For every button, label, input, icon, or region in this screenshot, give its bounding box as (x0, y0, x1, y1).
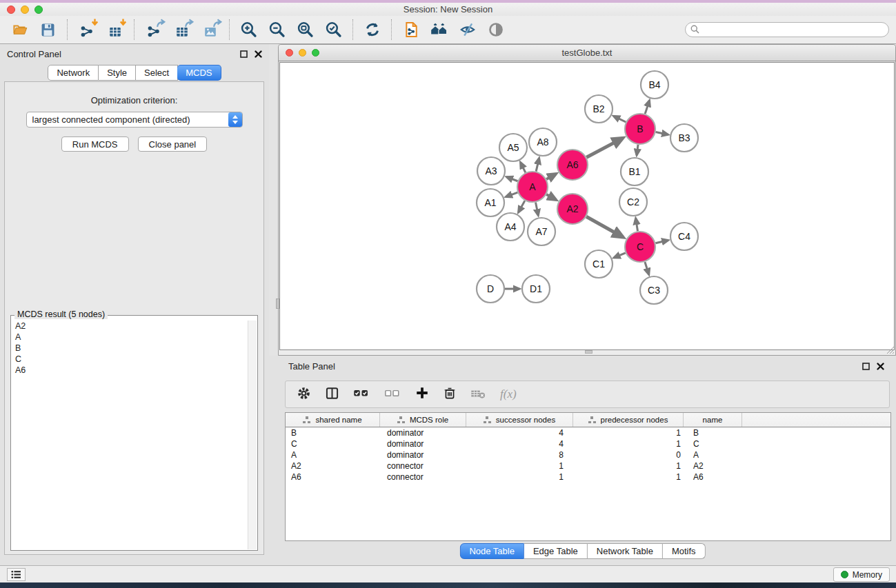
tab-mcds[interactable]: MCDS (177, 65, 221, 81)
edge-A-A1[interactable] (506, 192, 517, 196)
tab-select[interactable]: Select (136, 65, 178, 81)
close-panel-icon[interactable] (877, 363, 884, 370)
network-from-file-button[interactable] (397, 19, 425, 41)
table-cell[interactable]: A (684, 450, 742, 460)
table-settings-button[interactable] (297, 386, 311, 403)
table-cell[interactable]: 1 (573, 472, 684, 482)
search-input[interactable] (685, 22, 889, 37)
edge-C-C2[interactable] (636, 219, 638, 232)
column-header-shared-name[interactable]: shared name (286, 413, 380, 427)
table-cell[interactable]: A6 (286, 472, 380, 482)
close-panel-button[interactable]: Close panel (138, 136, 208, 152)
import-network-button[interactable] (72, 19, 101, 41)
result-scrollbar[interactable] (248, 321, 257, 549)
run-mcds-button[interactable]: Run MCDS (61, 136, 129, 152)
edge-A-A4[interactable] (519, 201, 525, 212)
table-cell[interactable]: 8 (466, 450, 573, 460)
zoom-in-button[interactable] (235, 19, 263, 41)
tab-node-table[interactable]: Node Table (459, 543, 524, 559)
birds-eye-view-button[interactable] (481, 19, 510, 41)
table-cell[interactable]: 4 (466, 439, 573, 449)
table-row[interactable]: Adominator80A (286, 449, 890, 460)
table-cell[interactable]: A (286, 450, 380, 460)
table-cell[interactable]: 1 (573, 461, 684, 471)
table-cell[interactable]: dominator (380, 428, 466, 438)
import-table-button[interactable] (101, 19, 129, 41)
table-cell[interactable]: connector (380, 472, 466, 482)
column-header-name[interactable]: name (684, 413, 742, 427)
float-panel-icon[interactable] (862, 363, 870, 370)
zoom-out-button[interactable] (263, 19, 291, 41)
column-header-MCDS-role[interactable]: MCDS role (380, 413, 466, 427)
select-all-button[interactable] (353, 387, 370, 402)
edge-A-A6[interactable] (546, 174, 556, 179)
export-network-button[interactable] (139, 19, 168, 41)
edge-A-A5[interactable] (521, 162, 526, 172)
save-session-button[interactable] (34, 19, 62, 41)
table-cell[interactable]: C (286, 439, 380, 449)
table-cell[interactable]: connector (380, 461, 466, 471)
table-cell[interactable]: C (684, 439, 742, 449)
hide-panels-button[interactable] (453, 19, 481, 41)
table-row[interactable]: A6connector11A6 (286, 472, 890, 483)
float-panel-icon[interactable] (240, 50, 248, 58)
table-cell[interactable]: dominator (380, 439, 466, 449)
split-columns-button[interactable] (325, 386, 339, 403)
table-cell[interactable]: 4 (466, 428, 573, 438)
tab-network[interactable]: Network (48, 65, 99, 81)
close-panel-icon[interactable] (255, 50, 262, 58)
table-cell[interactable]: 1 (466, 461, 573, 471)
result-item[interactable]: B (12, 343, 248, 354)
network-window-titlebar[interactable]: testGlobe.txt (279, 45, 895, 61)
column-header-successor-nodes[interactable]: successor nodes (466, 413, 573, 427)
edge-B-B1[interactable] (637, 145, 638, 155)
table-cell[interactable]: 1 (573, 439, 684, 449)
zoom-selected-button[interactable] (319, 19, 348, 41)
table-cell[interactable]: B (684, 428, 742, 438)
optimization-criterion-select[interactable]: largest connected component (directed) (26, 112, 243, 128)
table-cell[interactable]: 0 (573, 450, 684, 460)
vertical-scrollbar-thumb[interactable] (276, 298, 279, 309)
edge-B-B3[interactable] (656, 132, 668, 135)
table-cell[interactable]: 1 (466, 472, 573, 482)
network-canvas[interactable]: B4B2BB3A5A8A6A3B1AA1C2A2A4A7C4CC1C3DD1 (279, 62, 895, 350)
export-image-button[interactable] (196, 19, 224, 41)
edge-A-A8[interactable] (536, 158, 539, 171)
memory-status-button[interactable]: Memory (833, 567, 890, 582)
add-row-button[interactable] (415, 386, 429, 403)
export-table-button[interactable] (168, 19, 196, 41)
edge-A-A7[interactable] (536, 203, 539, 216)
edge-B-B2[interactable] (614, 116, 626, 122)
table-cell[interactable]: A2 (286, 461, 380, 471)
edge-C-C1[interactable] (614, 253, 626, 258)
home-view-button[interactable] (425, 19, 453, 41)
apply-layout-button[interactable] (358, 19, 386, 41)
tab-edge-table[interactable]: Edge Table (524, 543, 588, 559)
table-cell[interactable]: A6 (684, 472, 742, 482)
result-item[interactable]: A (12, 332, 248, 343)
edge-A-A2[interactable] (546, 194, 556, 200)
table-row[interactable]: Cdominator41C (286, 438, 890, 449)
horizontal-scrollbar-thumb[interactable] (585, 350, 593, 354)
table-cell[interactable]: 1 (573, 428, 684, 438)
task-history-button[interactable] (7, 568, 26, 581)
edge-C-C3[interactable] (645, 262, 649, 274)
open-session-button[interactable] (6, 19, 34, 41)
table-cell[interactable]: dominator (380, 450, 466, 460)
deselect-all-button[interactable] (384, 387, 401, 402)
function-builder-button[interactable]: f(x) (500, 387, 517, 401)
zoom-fit-button[interactable] (291, 19, 319, 41)
delete-table-button[interactable] (470, 387, 486, 402)
mcds-result-list[interactable]: A2ABCA6 (12, 321, 248, 549)
resize-grip-icon[interactable] (886, 345, 895, 354)
column-header-predecessor-nodes[interactable]: predecessor nodes (573, 413, 684, 427)
table-row[interactable]: Bdominator41B (286, 427, 890, 438)
edge-B-B4[interactable] (645, 101, 649, 114)
result-item[interactable]: A2 (12, 321, 248, 332)
table-cell[interactable]: B (286, 428, 380, 438)
edge-A6-B[interactable] (586, 138, 623, 157)
edge-A-A3[interactable] (506, 177, 517, 181)
result-item[interactable]: C (12, 354, 248, 365)
edge-A2-C[interactable] (586, 216, 623, 237)
table-cell[interactable]: A2 (684, 461, 742, 471)
